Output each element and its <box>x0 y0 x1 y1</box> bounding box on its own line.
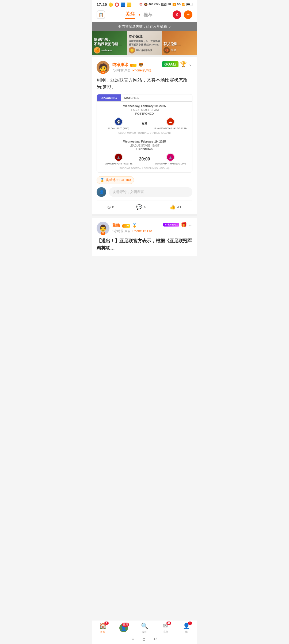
match1-away-name: SHANDONG TAISHAN FC (CHN) <box>154 127 187 130</box>
match2-stage: LEAGUE STAGE - EAST <box>101 144 188 147</box>
status-weibo-icon: 🟡 <box>108 2 113 7</box>
alarm-icon: ⏰ <box>139 3 143 6</box>
like-count: 41 <box>177 205 181 209</box>
story-text-2: 春心荡漾 <box>129 34 160 39</box>
status-app-icon: ⭕ <box>115 2 119 7</box>
post2-avatar-area: 👨 V 董路 👑 IV 🏅 1小时前 来自 iPhone 15 Pro <box>97 222 152 235</box>
post1-content: 刚刚，亚足联官方网站，又将本场比赛状态改为:延期。 <box>97 76 192 91</box>
story-item-3[interactable]: 郭艾伦训… 🏀 阿才 <box>162 31 197 55</box>
post2-content: 【退出！】亚足联官方表示，根据《亚足联冠军精英联… <box>97 237 192 252</box>
battery-icon <box>187 3 192 6</box>
status-time: 17:29 <box>97 2 107 7</box>
post2-avatar-wrapper: 👨 V <box>97 222 109 235</box>
share-button[interactable]: ⎋ 6 <box>108 204 114 210</box>
error-banner[interactable]: 有内容发送失败，已存入草稿箱 › <box>92 22 197 31</box>
comment-input[interactable]: 友善评论，文明发言 <box>109 187 192 197</box>
influence-badge: 🏅 足球博主TOP100 <box>97 176 134 184</box>
match-tab-matches[interactable]: MATCHES <box>121 94 143 101</box>
post2-level: IV <box>127 225 129 227</box>
post2-user-info: 董路 👑 IV 🏅 1小时前 来自 iPhone 15 Pro <box>112 223 152 233</box>
match2-venue: PUDONG FOOTBALL STADIUM (SHANGHAI) <box>101 167 188 170</box>
post2-header: 👨 V 董路 👑 IV 🏅 1小时前 来自 iPhone 15 Pro <box>97 222 192 235</box>
story-item-2[interactable]: 春心荡漾 以前都是图片，头一次看视频睡不醒的小嫚 粉丝24374817 😴 睡不… <box>127 31 162 55</box>
match-widget: UPCOMING MATCHES Wednesday, February 19,… <box>97 94 192 172</box>
nav-tabs: 关注 ▼ 推荐 <box>125 11 153 19</box>
match1-score: VS <box>136 121 153 126</box>
story-text-1: 快跑起来，不然我就把你踢… <box>94 37 126 47</box>
story-overlay-3: 郭艾伦训… 🏀 阿才 <box>163 42 195 53</box>
post1-source-label: 来自 <box>124 68 131 72</box>
dropdown-icon[interactable]: ▼ <box>138 13 141 16</box>
comment-icon: 💬 <box>136 204 142 210</box>
status-bar: 17:29 🟡 ⭕ 🟦 🟨 ⏰ 🔕 460 KB/s HD 5G 📶 5G 📶 <box>92 0 197 8</box>
svg-text:⚓: ⚓ <box>169 156 172 159</box>
post-card-1: 🧑 V 纯净康冰 👑 I 🐯 7分钟前 来自 iPhone客户端 <box>92 57 197 214</box>
network-5g-2: 5G <box>177 3 181 6</box>
post2-level-badge: 👑 IV <box>122 224 130 228</box>
calendar-icon[interactable]: 📋 <box>97 10 105 19</box>
match1-home-team: ⚽ ULSAN HD FC (KOR) <box>101 117 136 130</box>
post1-actions: ⎋ 6 💬 41 👍 41 <box>97 201 192 210</box>
post2-more-icon[interactable]: ⌄ <box>188 222 192 228</box>
post1-time: 7分钟前 <box>112 68 124 72</box>
post2-verified-badge: V <box>101 232 105 235</box>
post-card-2: 👨 V 董路 👑 IV 🏅 1小时前 来自 iPhone 15 Pro <box>92 218 197 255</box>
comment-button[interactable]: 💬 41 <box>136 204 148 210</box>
post2-username[interactable]: 董路 <box>112 223 120 228</box>
post2-source-label: 来自 <box>124 229 132 233</box>
post1-crown-icon: 👑 <box>132 64 135 67</box>
post1-emoji: 🐯 <box>139 63 143 67</box>
svg-text:⚽: ⚽ <box>117 120 121 124</box>
coin-button[interactable]: ¥ <box>173 10 181 19</box>
hd-icon: HD <box>161 3 166 6</box>
post1-avatar[interactable]: 🧑 V <box>97 61 109 74</box>
match1-away-team: ⛰ SHANDONG TAISHAN FC (CHN) <box>153 117 188 130</box>
match2-home-name: SHANGHAI PORT FC (CHN) <box>105 163 132 165</box>
story-author-name-1: matemia <box>101 49 112 52</box>
match1-home-logo: ⚽ <box>114 117 123 126</box>
nav-header: 📋 关注 ▼ 推荐 ¥ + <box>92 8 197 22</box>
add-post-button[interactable]: + <box>184 10 192 19</box>
story-overlay-2: 春心荡漾 以前都是图片，头一次看视频睡不醒的小嫚 粉丝24374817 😴 睡不… <box>129 34 160 53</box>
network-speed: 460 KB/s <box>149 3 160 6</box>
post1-verified-badge: V <box>101 71 105 74</box>
post1-username[interactable]: 纯净康冰 <box>112 62 128 67</box>
comment-box: 👤 友善评论，文明发言 <box>97 187 192 197</box>
story-author-name-2: 睡不醒的小嫚 <box>136 48 152 52</box>
nav-right-actions: ¥ + <box>173 10 192 19</box>
post1-more-icon[interactable]: ⌄ <box>188 61 192 67</box>
svg-text:⚓: ⚓ <box>117 156 120 159</box>
story-text-3: 郭艾伦训… <box>163 42 195 47</box>
match2-status: UPCOMING <box>101 148 188 151</box>
status-app3-icon: 🟨 <box>127 2 131 7</box>
vplus-icon: 🎁 <box>181 222 187 228</box>
post1-source-link[interactable]: iPhone客户端 <box>132 68 151 72</box>
post2-time: 1小时前 <box>112 229 124 233</box>
match2-away-logo: ⚓ <box>166 153 175 162</box>
match2-date: Wednesday, February 19, 2025 <box>101 140 188 143</box>
post1-right: GOAL! 🏆 ⌄ <box>162 61 192 67</box>
post1-meta: 7分钟前 来自 iPhone客户端 <box>112 68 151 73</box>
match-tab-upcoming[interactable]: UPCOMING <box>97 94 121 101</box>
like-icon: 👍 <box>170 204 176 210</box>
post2-crown-icon: 👑 <box>124 225 127 227</box>
tab-follow[interactable]: 关注 <box>125 11 135 19</box>
post2-meta: 1小时前 来自 iPhone 15 Pro <box>112 229 152 233</box>
comment-avatar: 👤 <box>97 187 106 197</box>
match-section-2: Wednesday, February 19, 2025 LEAGUE STAG… <box>97 137 192 172</box>
match1-home-name: ULSAN HD FC (KOR) <box>108 127 129 130</box>
match1-venue: ULSAN MUNSU FOOTBALL STADIUM (ULSAN) <box>101 132 188 134</box>
like-button[interactable]: 👍 41 <box>170 204 181 210</box>
goal-icon: 🏆 <box>180 61 187 67</box>
match-section-1: Wednesday, February 19, 2025 LEAGUE STAG… <box>97 102 192 137</box>
match1-stage: LEAGUE STAGE - EAST <box>101 109 188 112</box>
post2-username-row: 董路 👑 IV 🏅 <box>112 223 152 228</box>
story-item-1[interactable]: 快跑起来，不然我就把你踢… 🍊 matemia <box>92 31 127 55</box>
tab-recommend[interactable]: 推荐 <box>143 12 153 18</box>
match2-away-name: YOKOHAMA F. MARINOS (JPN) <box>155 163 186 165</box>
match2-teams: ⚓ SHANGHAI PORT FC (CHN) 20:00 ⚓ YOKOHAM… <box>101 153 188 165</box>
story-author-name-3: 阿才 <box>171 48 176 52</box>
post2-right: VPlus11·11 🎁 ⌄ <box>163 222 192 228</box>
share-count: 6 <box>112 205 114 209</box>
status-icons: ⏰ 🔕 460 KB/s HD 5G 📶 5G 📶 <box>139 3 192 6</box>
